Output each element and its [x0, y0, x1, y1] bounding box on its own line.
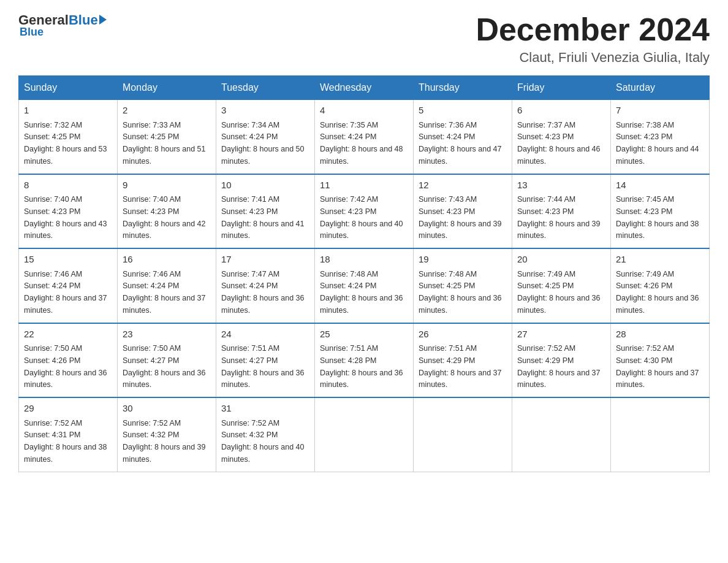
- day-sunrise: Sunrise: 7:44 AM: [517, 195, 575, 204]
- day-daylight: Daylight: 8 hours and 36 minutes.: [320, 369, 403, 389]
- day-daylight: Daylight: 8 hours and 36 minutes.: [616, 294, 699, 315]
- day-daylight: Daylight: 8 hours and 47 minutes.: [419, 145, 502, 166]
- day-sunset: Sunset: 4:26 PM: [616, 282, 672, 290]
- day-sunset: Sunset: 4:23 PM: [616, 207, 672, 216]
- day-daylight: Daylight: 8 hours and 37 minutes.: [123, 294, 206, 315]
- calendar-day-cell: 10 Sunrise: 7:41 AM Sunset: 4:23 PM Dayl…: [216, 174, 315, 249]
- day-number: 29: [24, 402, 112, 416]
- col-friday: Friday: [512, 76, 611, 100]
- day-daylight: Daylight: 8 hours and 53 minutes.: [24, 145, 107, 166]
- day-sunset: Sunset: 4:30 PM: [616, 356, 672, 365]
- day-sunset: Sunset: 4:24 PM: [24, 282, 80, 290]
- day-daylight: Daylight: 8 hours and 36 minutes.: [123, 369, 206, 389]
- day-sunrise: Sunrise: 7:51 AM: [320, 344, 378, 353]
- calendar-day-cell: 20 Sunrise: 7:49 AM Sunset: 4:25 PM Dayl…: [512, 248, 611, 323]
- calendar-day-cell: 6 Sunrise: 7:37 AM Sunset: 4:23 PM Dayli…: [512, 100, 611, 174]
- day-sunrise: Sunrise: 7:33 AM: [123, 121, 181, 129]
- day-daylight: Daylight: 8 hours and 37 minutes.: [517, 369, 601, 389]
- day-sunrise: Sunrise: 7:52 AM: [123, 419, 181, 427]
- calendar-day-cell: 4 Sunrise: 7:35 AM Sunset: 4:24 PM Dayli…: [315, 100, 414, 174]
- day-sunset: Sunset: 4:25 PM: [123, 132, 179, 141]
- day-sunset: Sunset: 4:23 PM: [24, 207, 80, 216]
- calendar-day-cell: 31 Sunrise: 7:52 AM Sunset: 4:32 PM Dayl…: [216, 397, 315, 472]
- day-number: 27: [517, 327, 605, 342]
- calendar-week-row: 8 Sunrise: 7:40 AM Sunset: 4:23 PM Dayli…: [19, 174, 710, 249]
- day-daylight: Daylight: 8 hours and 38 minutes.: [616, 220, 699, 240]
- header-row: Sunday Monday Tuesday Wednesday Thursday…: [19, 76, 710, 100]
- day-daylight: Daylight: 8 hours and 51 minutes.: [123, 145, 206, 166]
- calendar-week-row: 1 Sunrise: 7:32 AM Sunset: 4:25 PM Dayli…: [19, 100, 710, 174]
- day-daylight: Daylight: 8 hours and 36 minutes.: [320, 294, 403, 315]
- day-sunrise: Sunrise: 7:37 AM: [517, 121, 575, 129]
- calendar-day-cell: 11 Sunrise: 7:42 AM Sunset: 4:23 PM Dayl…: [315, 174, 414, 249]
- calendar-day-cell: 8 Sunrise: 7:40 AM Sunset: 4:23 PM Dayli…: [19, 174, 118, 249]
- calendar-day-cell: 29 Sunrise: 7:52 AM Sunset: 4:31 PM Dayl…: [19, 397, 118, 472]
- day-number: 14: [616, 178, 704, 193]
- day-daylight: Daylight: 8 hours and 40 minutes.: [221, 443, 305, 464]
- day-daylight: Daylight: 8 hours and 36 minutes.: [221, 294, 305, 315]
- calendar-day-cell: 3 Sunrise: 7:34 AM Sunset: 4:24 PM Dayli…: [216, 100, 315, 174]
- day-daylight: Daylight: 8 hours and 50 minutes.: [221, 145, 305, 166]
- calendar-day-cell: 28 Sunrise: 7:52 AM Sunset: 4:30 PM Dayl…: [611, 323, 710, 398]
- calendar-day-cell: 5 Sunrise: 7:36 AM Sunset: 4:24 PM Dayli…: [414, 100, 512, 174]
- day-daylight: Daylight: 8 hours and 44 minutes.: [616, 145, 699, 166]
- calendar-day-cell: 18 Sunrise: 7:48 AM Sunset: 4:24 PM Dayl…: [315, 248, 414, 323]
- calendar-day-cell: [414, 397, 512, 472]
- calendar-day-cell: [512, 397, 611, 472]
- day-daylight: Daylight: 8 hours and 36 minutes.: [24, 369, 107, 389]
- day-sunrise: Sunrise: 7:38 AM: [616, 121, 674, 129]
- day-daylight: Daylight: 8 hours and 37 minutes.: [419, 369, 502, 389]
- day-number: 2: [123, 104, 211, 118]
- day-sunset: Sunset: 4:28 PM: [320, 356, 376, 365]
- calendar-day-cell: 14 Sunrise: 7:45 AM Sunset: 4:23 PM Dayl…: [611, 174, 710, 249]
- day-sunset: Sunset: 4:24 PM: [320, 282, 376, 290]
- day-number: 24: [221, 327, 309, 342]
- day-number: 15: [24, 253, 112, 267]
- day-sunrise: Sunrise: 7:49 AM: [616, 270, 674, 278]
- day-number: 10: [221, 178, 309, 193]
- month-title: December 2024: [476, 12, 710, 47]
- day-number: 16: [123, 253, 211, 267]
- logo: General Blue Blue: [18, 12, 107, 39]
- location-subtitle: Claut, Friuli Venezia Giulia, Italy: [476, 50, 710, 66]
- day-number: 4: [320, 104, 408, 118]
- day-sunset: Sunset: 4:31 PM: [24, 431, 80, 439]
- calendar-day-cell: 19 Sunrise: 7:48 AM Sunset: 4:25 PM Dayl…: [414, 248, 512, 323]
- day-number: 22: [24, 327, 112, 342]
- day-sunset: Sunset: 4:25 PM: [517, 282, 574, 290]
- day-sunrise: Sunrise: 7:52 AM: [616, 344, 674, 353]
- day-sunset: Sunset: 4:23 PM: [320, 207, 376, 216]
- logo-blue-text: Blue: [69, 12, 98, 28]
- day-sunrise: Sunrise: 7:51 AM: [221, 344, 279, 353]
- day-number: 17: [221, 253, 309, 267]
- day-daylight: Daylight: 8 hours and 38 minutes.: [24, 443, 107, 464]
- calendar-day-cell: 26 Sunrise: 7:51 AM Sunset: 4:29 PM Dayl…: [414, 323, 512, 398]
- day-daylight: Daylight: 8 hours and 46 minutes.: [517, 145, 601, 166]
- day-daylight: Daylight: 8 hours and 41 minutes.: [221, 220, 305, 240]
- day-number: 3: [221, 104, 309, 118]
- day-sunrise: Sunrise: 7:35 AM: [320, 121, 378, 129]
- calendar-day-cell: 2 Sunrise: 7:33 AM Sunset: 4:25 PM Dayli…: [118, 100, 216, 174]
- calendar-day-cell: [315, 397, 414, 472]
- calendar-week-row: 15 Sunrise: 7:46 AM Sunset: 4:24 PM Dayl…: [19, 248, 710, 323]
- col-wednesday: Wednesday: [315, 76, 414, 100]
- day-number: 12: [419, 178, 507, 193]
- calendar-day-cell: 21 Sunrise: 7:49 AM Sunset: 4:26 PM Dayl…: [611, 248, 710, 323]
- day-sunset: Sunset: 4:27 PM: [221, 356, 278, 365]
- calendar-day-cell: 24 Sunrise: 7:51 AM Sunset: 4:27 PM Dayl…: [216, 323, 315, 398]
- logo-triangle-icon: [99, 15, 107, 25]
- calendar-week-row: 22 Sunrise: 7:50 AM Sunset: 4:26 PM Dayl…: [19, 323, 710, 398]
- day-number: 8: [24, 178, 112, 193]
- day-sunset: Sunset: 4:24 PM: [419, 132, 475, 141]
- day-number: 30: [123, 402, 211, 416]
- calendar-day-cell: 16 Sunrise: 7:46 AM Sunset: 4:24 PM Dayl…: [118, 248, 216, 323]
- day-sunrise: Sunrise: 7:43 AM: [419, 195, 477, 204]
- day-sunrise: Sunrise: 7:46 AM: [24, 270, 82, 278]
- day-daylight: Daylight: 8 hours and 39 minutes.: [517, 220, 601, 240]
- calendar-day-cell: 7 Sunrise: 7:38 AM Sunset: 4:23 PM Dayli…: [611, 100, 710, 174]
- day-daylight: Daylight: 8 hours and 37 minutes.: [24, 294, 107, 315]
- day-number: 28: [616, 327, 704, 342]
- day-sunset: Sunset: 4:23 PM: [517, 132, 574, 141]
- day-sunset: Sunset: 4:27 PM: [123, 356, 179, 365]
- day-number: 20: [517, 253, 605, 267]
